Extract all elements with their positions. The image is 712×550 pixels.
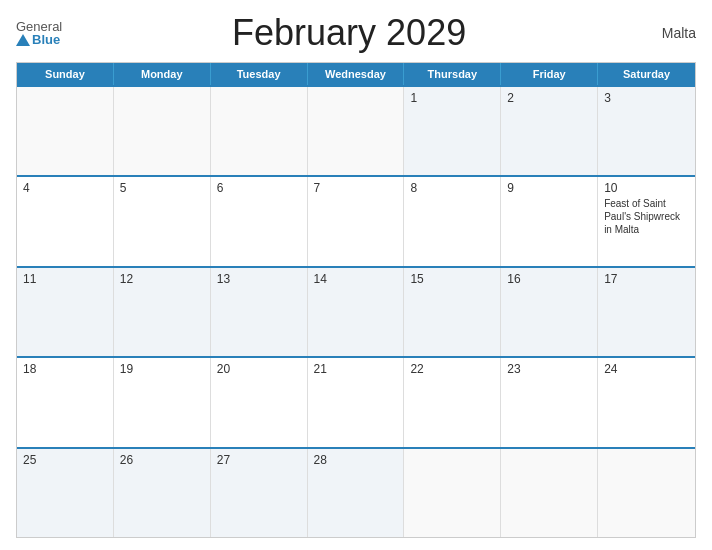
logo: General Blue <box>16 20 62 46</box>
day-number: 23 <box>507 362 591 376</box>
day-number: 8 <box>410 181 494 195</box>
cal-cell: 1 <box>404 87 501 175</box>
cal-cell: 18 <box>17 358 114 446</box>
cal-cell: 15 <box>404 268 501 356</box>
day-number: 18 <box>23 362 107 376</box>
header-friday: Friday <box>501 63 598 85</box>
page-header: General Blue February 2029 Malta <box>16 12 696 54</box>
day-number: 26 <box>120 453 204 467</box>
cal-cell: 22 <box>404 358 501 446</box>
cal-cell <box>211 87 308 175</box>
cal-cell <box>17 87 114 175</box>
cal-cell: 27 <box>211 449 308 537</box>
day-number: 14 <box>314 272 398 286</box>
calendar-week-3: 11121314151617 <box>17 266 695 356</box>
cal-cell: 16 <box>501 268 598 356</box>
day-number: 10 <box>604 181 689 195</box>
cal-cell: 12 <box>114 268 211 356</box>
cal-cell: 8 <box>404 177 501 265</box>
calendar-week-2: 45678910Feast of Saint Paul's Shipwreck … <box>17 175 695 265</box>
day-number: 2 <box>507 91 591 105</box>
day-number: 5 <box>120 181 204 195</box>
calendar-week-1: 123 <box>17 85 695 175</box>
day-number: 22 <box>410 362 494 376</box>
day-number: 11 <box>23 272 107 286</box>
cal-cell: 20 <box>211 358 308 446</box>
cal-cell: 9 <box>501 177 598 265</box>
header-saturday: Saturday <box>598 63 695 85</box>
cal-cell: 24 <box>598 358 695 446</box>
cal-cell: 5 <box>114 177 211 265</box>
cal-cell: 21 <box>308 358 405 446</box>
header-sunday: Sunday <box>17 63 114 85</box>
cal-cell: 17 <box>598 268 695 356</box>
day-number: 24 <box>604 362 689 376</box>
day-number: 15 <box>410 272 494 286</box>
cal-cell: 2 <box>501 87 598 175</box>
day-number: 1 <box>410 91 494 105</box>
cal-cell <box>114 87 211 175</box>
day-number: 12 <box>120 272 204 286</box>
day-number: 21 <box>314 362 398 376</box>
day-number: 16 <box>507 272 591 286</box>
day-number: 3 <box>604 91 689 105</box>
cal-cell: 6 <box>211 177 308 265</box>
calendar-body: 12345678910Feast of Saint Paul's Shipwre… <box>17 85 695 537</box>
page-title: February 2029 <box>62 12 636 54</box>
cal-cell: 25 <box>17 449 114 537</box>
cal-cell: 13 <box>211 268 308 356</box>
cal-cell: 3 <box>598 87 695 175</box>
header-thursday: Thursday <box>404 63 501 85</box>
day-number: 20 <box>217 362 301 376</box>
header-wednesday: Wednesday <box>308 63 405 85</box>
header-tuesday: Tuesday <box>211 63 308 85</box>
calendar-page: General Blue February 2029 Malta Sunday … <box>0 0 712 550</box>
cal-cell: 23 <box>501 358 598 446</box>
logo-triangle-icon <box>16 34 30 46</box>
cal-cell: 10Feast of Saint Paul's Shipwreck in Mal… <box>598 177 695 265</box>
cal-cell <box>404 449 501 537</box>
cal-cell: 28 <box>308 449 405 537</box>
calendar-header: Sunday Monday Tuesday Wednesday Thursday… <box>17 63 695 85</box>
cal-cell: 4 <box>17 177 114 265</box>
day-number: 17 <box>604 272 689 286</box>
cal-cell: 7 <box>308 177 405 265</box>
day-number: 6 <box>217 181 301 195</box>
cal-cell <box>598 449 695 537</box>
cal-cell: 14 <box>308 268 405 356</box>
cal-cell <box>308 87 405 175</box>
cal-cell: 19 <box>114 358 211 446</box>
cal-cell <box>501 449 598 537</box>
day-number: 28 <box>314 453 398 467</box>
day-number: 25 <box>23 453 107 467</box>
country-label: Malta <box>636 25 696 41</box>
cal-cell: 26 <box>114 449 211 537</box>
event-label: Feast of Saint Paul's Shipwreck in Malta <box>604 197 689 236</box>
day-number: 19 <box>120 362 204 376</box>
day-number: 7 <box>314 181 398 195</box>
calendar-week-5: 25262728 <box>17 447 695 537</box>
calendar-week-4: 18192021222324 <box>17 356 695 446</box>
header-monday: Monday <box>114 63 211 85</box>
day-number: 13 <box>217 272 301 286</box>
calendar: Sunday Monday Tuesday Wednesday Thursday… <box>16 62 696 538</box>
day-number: 9 <box>507 181 591 195</box>
day-number: 4 <box>23 181 107 195</box>
cal-cell: 11 <box>17 268 114 356</box>
logo-blue-text: Blue <box>16 33 62 46</box>
day-number: 27 <box>217 453 301 467</box>
